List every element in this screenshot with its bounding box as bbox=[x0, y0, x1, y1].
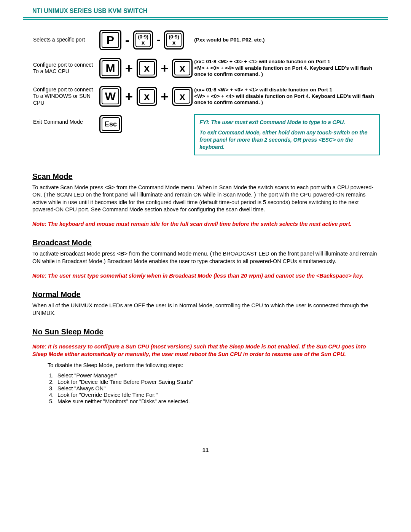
section-normal-body: When all of the UNIMUX mode LEDs are OFF… bbox=[32, 302, 381, 317]
cmd-row-windows-sun: Configure port to connect To a WINDOWS o… bbox=[33, 85, 380, 112]
plus-icon: + bbox=[159, 62, 170, 75]
step-item: Make sure neither "Monitors" nor "Disks"… bbox=[55, 398, 381, 404]
keycap-m-icon: M bbox=[99, 58, 121, 78]
cmd-desc: Configure port to connect To a MAC CPU bbox=[33, 56, 98, 84]
page-header: NTI UNIMUX SERIES USB KVM SWITCH bbox=[0, 0, 411, 14]
cmd-row-exit: Exit Command Mode Esc FYI: The user must… bbox=[33, 113, 380, 161]
cmd-keys: P - (0-9)x - (0-9)x bbox=[99, 28, 193, 56]
cmd-row-mac: Configure port to connect To a MAC CPU M… bbox=[33, 56, 380, 84]
steps-list: Select "Power Manager" Look for "Device … bbox=[55, 372, 381, 404]
keycap-digit-icon: (0-9)x bbox=[164, 30, 184, 49]
header-rule bbox=[0, 14, 411, 20]
cmd-desc: Exit Command Mode bbox=[33, 113, 98, 161]
step-item: Select "Always ON" bbox=[55, 385, 381, 391]
header-title: NTI UNIMUX SERIES USB KVM SWITCH bbox=[32, 8, 147, 14]
cmd-row-select-port: Selects a specific port P - (0-9)x - (0-… bbox=[33, 28, 380, 56]
keycap-x-icon: x bbox=[137, 59, 157, 78]
page-number: 11 bbox=[0, 420, 411, 461]
cmd-note: (xx= 01-8 <M> + <0> + <1> will enable fu… bbox=[194, 56, 380, 84]
section-scan-body: To activate Scan Mode press <S> from the… bbox=[32, 184, 381, 214]
cmd-note: (Pxx would be P01, P02, etc.) bbox=[194, 28, 380, 56]
section-scan-title: Scan Mode bbox=[32, 172, 381, 181]
section-broadcast-note: Note: The user must type somewhat slowly… bbox=[32, 272, 381, 280]
keycap-w-icon: W bbox=[99, 86, 121, 107]
cmd-keys: W + x + x bbox=[99, 85, 193, 112]
plus-icon: + bbox=[124, 90, 134, 103]
keycap-x-icon: x bbox=[172, 59, 193, 78]
keycap-p-icon: P bbox=[99, 30, 121, 50]
cmd-fyi: FYI: The user must exit Command Mode to … bbox=[194, 113, 380, 161]
cmd-desc: Configure port to connect To a WINDOWS o… bbox=[33, 85, 98, 112]
keycap-x-icon: x bbox=[137, 87, 157, 106]
step-item: Look for "Device Idle Time Before Power … bbox=[55, 379, 381, 385]
keycap-esc-icon: Esc bbox=[99, 115, 122, 133]
fyi-box: FYI: The user must exit Command Mode to … bbox=[194, 114, 380, 155]
section-broadcast-title: Broadcast Mode bbox=[32, 238, 381, 247]
fyi-line2: To exit Command Mode, either hold down a… bbox=[199, 129, 374, 151]
section-nosun-title: No Sun Sleep Mode bbox=[32, 328, 381, 336]
section-broadcast-body: To activate Broadcast Mode press <B> fro… bbox=[32, 250, 381, 265]
step-item: Look for "Override Device Idle Time For:… bbox=[55, 392, 381, 398]
step-item: Select "Power Manager" bbox=[55, 372, 381, 379]
dash-icon: - bbox=[155, 35, 162, 45]
plus-icon: + bbox=[124, 62, 134, 75]
keycap-x-icon: x bbox=[172, 87, 193, 106]
section-scan-note: Note: The keyboard and mouse must remain… bbox=[32, 220, 381, 228]
cmd-desc: Selects a specific port bbox=[33, 28, 98, 56]
page-content: Selects a specific port P - (0-9)x - (0-… bbox=[0, 20, 411, 420]
cmd-note: (xx= 01-8 <W> + <0> + <1> will disable f… bbox=[194, 85, 380, 112]
dash-icon: - bbox=[124, 34, 131, 46]
keycap-digit-icon: (0-9)x bbox=[133, 30, 153, 49]
cmd-keys: Esc bbox=[99, 113, 193, 161]
section-normal-title: Normal Mode bbox=[32, 290, 381, 299]
section-nosun-note: Note: It is necessary to configure a Sun… bbox=[32, 343, 381, 358]
fyi-line1: FYI: The user must exit Command Mode to … bbox=[199, 119, 374, 126]
command-table: Selects a specific port P - (0-9)x - (0-… bbox=[32, 27, 381, 161]
plus-icon: + bbox=[159, 90, 170, 103]
steps-intro: To disable the Sleep Mode, perform the f… bbox=[48, 362, 381, 369]
manual-page: NTI UNIMUX SERIES USB KVM SWITCH Selects… bbox=[0, 0, 411, 461]
cmd-keys: M + x + x bbox=[99, 56, 193, 84]
